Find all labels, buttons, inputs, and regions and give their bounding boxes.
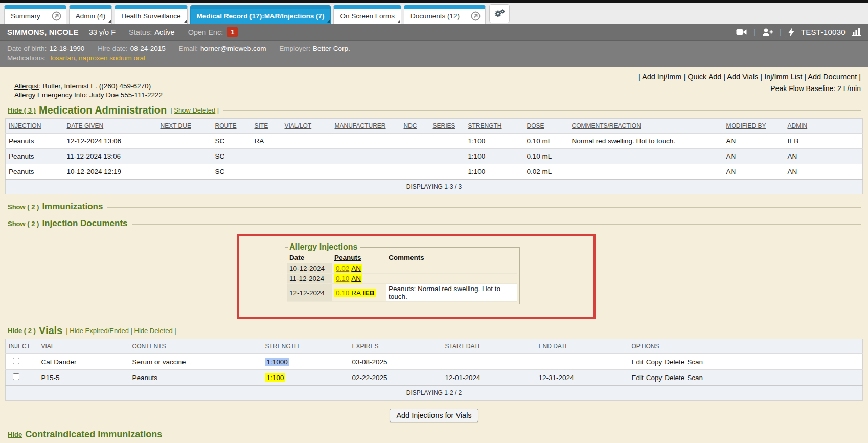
column-header[interactable]: NEXT DUE xyxy=(157,119,212,134)
allergist-link[interactable]: Allergist xyxy=(14,82,39,90)
allergy-injection-row: 10-12-20240.02AN xyxy=(287,263,517,274)
allergist-value: : Butler, Internist E. ((260) 459-6270) xyxy=(39,82,151,90)
column-header[interactable]: DATE GIVEN xyxy=(64,119,157,134)
column-header[interactable]: SITE xyxy=(252,119,282,134)
medications-label: Medications: xyxy=(7,54,46,62)
column-header[interactable]: CONTENTS xyxy=(129,339,262,354)
allergy-column-header[interactable]: Peanuts xyxy=(332,252,386,263)
inject-checkbox[interactable] xyxy=(13,373,19,380)
cell xyxy=(569,164,723,180)
vials-links: | Hide Expired/Ended | Hide Deleted | xyxy=(66,327,176,335)
cell xyxy=(401,134,430,149)
scan-link[interactable]: Scan xyxy=(687,374,703,382)
column-header[interactable]: ADMIN xyxy=(785,119,863,134)
column-header[interactable]: START DATE xyxy=(442,339,536,354)
delete-link[interactable]: Delete xyxy=(665,374,684,382)
allergy-injection-row: 11-12-20240.10AN xyxy=(287,274,517,284)
section-rule xyxy=(107,207,861,208)
link-hide-deleted[interactable]: Hide Deleted xyxy=(134,327,173,335)
column-header[interactable]: STRENGTH xyxy=(262,339,349,354)
column-header[interactable]: NDC xyxy=(401,119,430,134)
column-header[interactable]: STRENGTH xyxy=(465,119,524,134)
tab-summary[interactable]: Summary xyxy=(4,5,66,24)
column-header[interactable]: END DATE xyxy=(536,339,629,354)
tab-medical-record-17-mar-injections-7[interactable]: Medical Record (17):MAR/Injections (7) xyxy=(190,5,331,24)
settings-button[interactable] xyxy=(489,4,510,23)
copy-link[interactable]: Copy xyxy=(646,358,663,366)
peak-flow-value: : 2 L/min xyxy=(833,84,861,93)
initials-link[interactable]: AN xyxy=(351,275,361,282)
patient-id: TEST-10030 xyxy=(801,28,846,36)
column-header-label: CONTENTS xyxy=(132,343,166,350)
copy-link[interactable]: Copy xyxy=(646,374,663,382)
lightning-icon[interactable] xyxy=(788,28,794,37)
column-header[interactable]: ROUTE xyxy=(212,119,252,134)
divider: | xyxy=(753,28,756,36)
med-admin-links: | Show Deleted | xyxy=(170,106,219,114)
tab-admin-4[interactable]: Admin (4) xyxy=(69,5,112,24)
injection-documents-show-toggle[interactable]: Show ( 2 ) xyxy=(8,220,39,228)
column-header-label: SITE xyxy=(255,122,268,129)
link-add-document[interactable]: Add Document xyxy=(808,73,857,81)
column-header-label: DATE GIVEN xyxy=(67,122,104,129)
injection-documents-title: Injection Documents xyxy=(42,218,127,229)
open-in-new-icon[interactable] xyxy=(466,9,485,24)
vials-heading: Hide ( 2 ) Vials | Hide Expired/Ended | … xyxy=(5,325,863,337)
column-header[interactable]: COMMENTS/REACTION xyxy=(569,119,723,134)
link-add-inj-imm[interactable]: Add Inj/Imm xyxy=(642,73,681,81)
initials-link[interactable]: AN xyxy=(351,264,361,272)
column-header[interactable]: VIAL xyxy=(38,339,129,354)
immunizations-show-toggle[interactable]: Show ( 2 ) xyxy=(8,203,39,211)
video-camera-icon[interactable] xyxy=(736,28,747,36)
column-header: OPTIONS xyxy=(629,339,863,354)
bar-chart-icon[interactable] xyxy=(852,28,861,36)
edit-link[interactable]: Edit xyxy=(632,358,644,366)
inject-checkbox[interactable] xyxy=(13,358,19,364)
link-quick-add[interactable]: Quick Add xyxy=(688,73,721,81)
med-admin-heading: Hide ( 3 ) Medication Administration | S… xyxy=(5,104,863,116)
dose-link[interactable]: 0.02 xyxy=(336,264,349,272)
allergy-emergency-link[interactable]: Allergy Emergency Info xyxy=(14,91,86,99)
contraindicated-hide-toggle[interactable]: Hide xyxy=(8,431,22,438)
column-header[interactable]: MODIFIED BY xyxy=(723,119,785,134)
med-admin-hide-toggle[interactable]: Hide ( 3 ) xyxy=(8,106,36,114)
patient-header: SIMMONS, NICOLE 33 y/o F Status: Active … xyxy=(0,24,868,41)
column-header[interactable]: EXPIRES xyxy=(349,339,442,354)
strength-highlight: 1:1000 xyxy=(265,358,289,366)
initials-link[interactable]: IEB xyxy=(363,289,375,297)
column-header-label: STRENGTH xyxy=(468,122,502,129)
link-show-deleted[interactable]: Show Deleted xyxy=(174,106,215,114)
edit-link[interactable]: Edit xyxy=(632,374,644,382)
link-hide-expired-ended[interactable]: Hide Expired/Ended xyxy=(70,327,129,335)
column-header-label: VIAL xyxy=(41,343,55,350)
open-in-new-icon[interactable] xyxy=(47,9,66,24)
column-header[interactable]: VIAL/LOT xyxy=(282,119,332,134)
add-person-icon[interactable] xyxy=(762,28,773,36)
link-inj-imm-list[interactable]: Inj/Imm List xyxy=(764,73,802,81)
medication-link[interactable]: naproxen sodium oral xyxy=(79,54,145,62)
tab-health-surveillance[interactable]: Health Surveillance xyxy=(115,5,187,24)
link-add-vials[interactable]: Add Vials xyxy=(727,73,758,81)
scan-link[interactable]: Scan xyxy=(687,358,703,366)
peak-flow-link[interactable]: Peak Flow Baseline xyxy=(770,84,833,93)
vials-hide-toggle[interactable]: Hide ( 2 ) xyxy=(8,327,36,335)
tab-on-screen-forms[interactable]: On Screen Forms xyxy=(333,5,401,24)
cell: AN xyxy=(785,149,863,164)
dose-link[interactable]: 0.10 xyxy=(336,289,349,297)
column-header[interactable]: INJECTION xyxy=(6,119,64,134)
column-header-label: MANUFACTURER xyxy=(335,122,386,129)
column-header-label: INJECTION xyxy=(9,122,41,129)
tabs: SummaryAdmin (4)Health SurveillanceMedic… xyxy=(4,5,486,24)
add-injections-for-vials-button[interactable]: Add Injections for Vials xyxy=(390,409,478,422)
allergy-column-label[interactable]: Peanuts xyxy=(334,254,361,261)
tab-documents-12[interactable]: Documents (12) xyxy=(404,5,486,24)
column-header[interactable]: SERIES xyxy=(430,119,465,134)
medication-link[interactable]: losartan xyxy=(51,54,75,62)
column-header[interactable]: DOSE xyxy=(524,119,569,134)
open-enc-badge[interactable]: 1 xyxy=(227,27,238,37)
column-header[interactable]: MANUFACTURER xyxy=(332,119,401,134)
cell: AN xyxy=(785,164,863,180)
delete-link[interactable]: Delete xyxy=(665,358,684,366)
strength-highlight: 1:100 xyxy=(265,373,286,382)
dose-link[interactable]: 0.10 xyxy=(336,275,349,282)
